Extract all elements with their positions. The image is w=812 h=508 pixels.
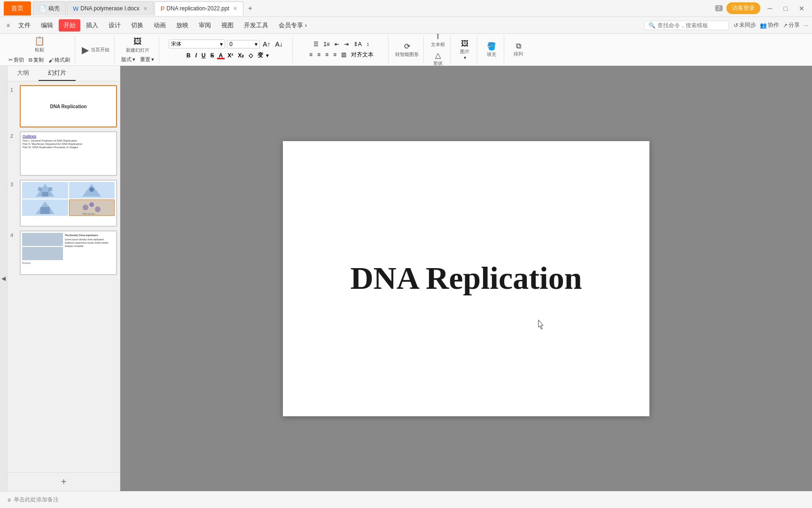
menu-animation[interactable]: 动画 [149,19,171,32]
arrange-button[interactable]: ⧉ 排列 [509,41,528,58]
notification-count: 2 [715,5,723,11]
font-color-button[interactable]: A [217,52,225,59]
menu-slideshow[interactable]: 放映 [172,19,193,32]
reset-button[interactable]: 重置 ▾ [138,56,156,64]
slide-item-1[interactable]: 1 DNA Replication [10,85,117,127]
increase-font-button[interactable]: A↑ [261,40,272,48]
menu-member[interactable]: 会员专享 › [274,19,312,32]
menu-edit[interactable]: 编辑 [36,19,58,32]
slide-item-3[interactable]: 3 [10,180,117,227]
outline-tab[interactable]: 大纲 [8,66,39,81]
mini-img-4[interactable]: DNA replication [69,199,115,216]
cut-icon: ✂ [8,57,13,63]
col-button[interactable]: ▥ [339,51,348,58]
notes-bar[interactable]: ≡ 单击此处添加备注 [0,491,812,508]
panel-tabs: 大纲 幻灯片 [8,66,120,81]
strikethrough-button[interactable]: S [208,52,216,59]
text-box-button[interactable]: T 文本框 [429,34,447,49]
slide-main-title[interactable]: DNA Replication [351,259,582,298]
slide-thumb-1[interactable]: DNA Replication [20,85,117,127]
menu-start[interactable]: 开始 [59,19,80,32]
slide-thumb-4[interactable]: Process The Density Close experience Lor… [20,230,117,275]
collapse-panel-button[interactable]: ◀ [0,66,8,491]
slides-tab[interactable]: 幻灯片 [39,66,76,81]
slide-thumb-2[interactable]: Outlines Part I. General Features of DNA… [20,131,117,176]
copy-button[interactable]: ⧉ 复制 [27,56,46,64]
menu-view[interactable]: 视图 [217,19,238,32]
dropdown-icon2: ▾ [151,56,154,63]
svg-rect-10 [40,207,50,214]
line-spacing-button[interactable]: ↕ [365,40,371,48]
bold-button[interactable]: B [185,52,193,59]
menu-review[interactable]: 审阅 [194,19,216,32]
underline-button[interactable]: U [200,52,208,59]
mini-img-2 [69,182,115,198]
layout-button[interactable]: 版式 ▾ [119,56,137,64]
visit-login-button[interactable]: 访客登录 [726,2,760,14]
font-size-dropdown-icon[interactable]: ▾ [255,41,258,48]
shape-button[interactable]: △ 形状 [429,50,447,66]
slide-4-content: Process The Density Close experience Lor… [21,231,116,266]
subscript-button[interactable]: X₂ [236,52,246,59]
menu-file[interactable]: 文件 [14,19,35,32]
align-center-button[interactable]: ≡ [315,51,322,58]
align-right-button[interactable]: ≡ [323,51,330,58]
menu-design[interactable]: 设计 [104,19,125,32]
justify-button[interactable]: ≡ [331,51,338,58]
paste-button[interactable]: 📋 粘贴 [30,35,49,55]
close-tab-ppt[interactable]: ✕ [233,6,237,12]
numbering-button[interactable]: 1≡ [321,40,332,48]
decrease-font-button[interactable]: A↓ [273,40,285,48]
fill-button[interactable]: 🪣 填充 [482,41,501,59]
font-size-box[interactable]: 0 ▾ [227,40,260,48]
bullets-button[interactable]: ☰ [312,40,320,48]
slideshow-button[interactable]: ▶ 当页开始 [80,43,111,56]
collaborate-btn[interactable]: 👥 协作 [760,21,779,29]
slide-item-4[interactable]: 4 Process The Density Close experience L… [10,230,117,275]
align-left-button[interactable]: ≡ [307,51,314,58]
tab-dna-replication[interactable]: P DNA replication-2022.ppt ✕ [155,1,243,16]
slides-list: 1 DNA Replication 2 Outlines Part I. Gen… [8,81,120,472]
cut-button[interactable]: ✂ 剪切 [7,56,26,64]
indent-dec-button[interactable]: ⇤ [333,40,341,48]
italic-button[interactable]: I [193,52,198,59]
sync-status[interactable]: ↺ 未同步 [734,21,756,29]
superscript-button[interactable]: X² [226,52,235,59]
minimize-button[interactable]: ─ [764,3,776,14]
picture-dropdown-icon[interactable]: ▾ [464,55,466,60]
font-dropdown-icon[interactable]: ▾ [220,41,223,48]
clear-format-button[interactable]: ◇ [247,52,255,59]
tab-gaoke[interactable]: 📄 稿壳 [33,1,66,16]
new-slide-button[interactable]: 🖼 新建幻灯片 [124,36,151,55]
hamburger-menu[interactable]: ≡ [4,20,13,31]
menu-transition[interactable]: 切换 [126,19,148,32]
convert-smart-button[interactable]: ⟳ 转智能图形 [393,41,421,59]
indent-inc-button[interactable]: ⇥ [342,40,351,48]
align-text-dropdown[interactable]: 对齐文本 [349,50,375,59]
cursor [537,319,546,332]
menu-devtools[interactable]: 开发工具 [239,19,273,32]
add-tab-button[interactable]: + [244,2,256,15]
close-tab-docx[interactable]: ✕ [143,6,148,12]
tab-dna-polymerase[interactable]: W DNA polymerase I.docx ✕ [67,1,154,16]
picture-button[interactable]: 🖼 图片 ▾ [455,39,474,61]
share-btn[interactable]: ↗ 分享 [783,21,800,29]
maximize-button[interactable]: □ [780,3,791,14]
text-direction-button[interactable]: ⇕A [351,40,364,48]
collapse-icon: ◀ [1,275,6,282]
close-button[interactable]: ✕ [795,3,808,14]
slide-thumb-3[interactable]: DNA replication [20,180,117,227]
special-char-button[interactable]: 变 [256,51,265,60]
more-btn[interactable]: ··· [804,22,808,29]
menu-insert[interactable]: 插入 [81,19,103,32]
home-tab[interactable]: 首页 [4,1,31,16]
font-name-box[interactable]: 宋体 ▾ [169,40,225,48]
format-copy-button[interactable]: 🖌 格式刷 [47,56,72,64]
notes-placeholder[interactable]: 单击此处添加备注 [14,496,59,504]
search-input[interactable] [657,22,723,29]
canvas-area[interactable]: DNA Replication [120,66,812,491]
slide-item-2[interactable]: 2 Outlines Part I. General Features of D… [10,131,117,176]
slideshow-group: ▶ 当页开始 [77,36,115,64]
format-dropdown-icon[interactable]: ▾ [266,52,269,59]
add-slide-button[interactable]: + [61,476,67,487]
